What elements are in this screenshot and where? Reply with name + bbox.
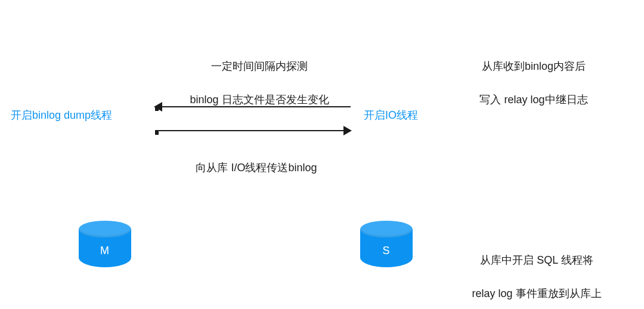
probe-binlog-caption-line1: 一定时间间隔内探测 <box>211 60 308 72</box>
relay-log-write-caption-line1: 从库收到binlog内容后 <box>482 60 586 72</box>
send-binlog-caption: 向从库 I/O线程传送binlog <box>149 160 364 177</box>
slave-db-cylinder-top <box>360 221 413 237</box>
relay-log-write-caption: 从库收到binlog内容后 写入 relay log中继日志 <box>441 42 620 109</box>
arrow-master-to-slave <box>155 130 351 131</box>
probe-binlog-caption-line2: binlog 日志文件是否发生变化 <box>190 94 329 106</box>
slave-db-letter: S <box>360 245 413 257</box>
relay-log-write-caption-line2: 写入 relay log中继日志 <box>479 94 587 106</box>
probe-binlog-caption: 一定时间间隔内探测 binlog 日志文件是否发生变化 <box>149 42 364 109</box>
master-db-letter: M <box>79 245 131 257</box>
sql-thread-caption: 从库中开启 SQL 线程将 relay log 事件重放到从库上 <box>441 236 626 302</box>
slave-db-cylinder: S <box>360 221 413 267</box>
io-thread-label: 开启IO线程 <box>364 107 459 124</box>
sql-thread-caption-line1: 从库中开启 SQL 线程将 <box>480 254 593 266</box>
master-db-cylinder: M <box>79 221 131 267</box>
sql-thread-caption-line2: relay log 事件重放到从库上 <box>472 288 601 299</box>
master-db-cylinder-top <box>79 221 131 237</box>
binlog-dump-thread-label: 开启binlog dump线程 <box>11 107 142 124</box>
arrow-slave-to-master <box>155 106 351 107</box>
